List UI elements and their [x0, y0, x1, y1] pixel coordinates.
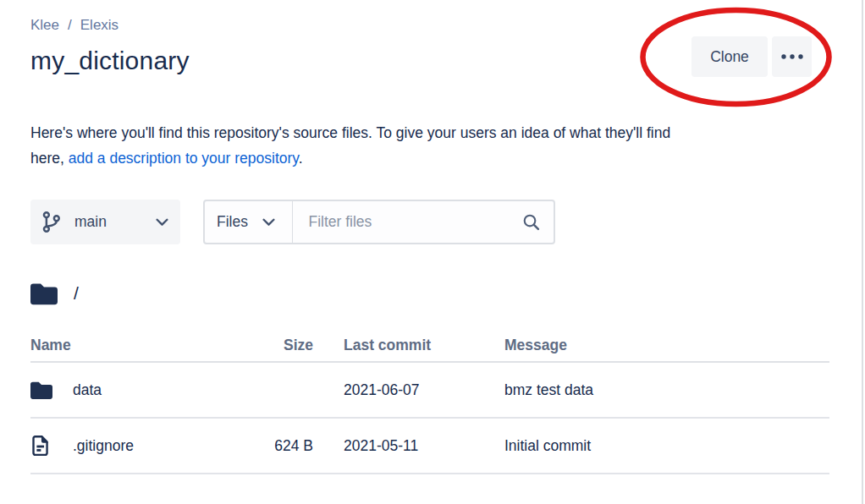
files-dropdown[interactable]: Files	[205, 201, 292, 243]
branch-selector-label: main	[74, 213, 143, 231]
column-header-last-commit: Last commit	[344, 337, 474, 354]
description-suffix: .	[299, 150, 303, 167]
chevron-down-icon	[156, 218, 168, 227]
table-row-gitignore[interactable]: .gitignore 624 B 2021-05-11 Initial comm…	[30, 419, 829, 474]
breadcrumb-project-link[interactable]: Klee	[30, 17, 59, 34]
breadcrumb-separator: /	[68, 17, 72, 34]
folder-icon	[30, 282, 58, 305]
source-controls: main Files	[30, 200, 829, 244]
breadcrumb: Klee / Elexis	[30, 15, 829, 36]
file-name[interactable]: .gitignore	[73, 437, 134, 455]
file-name[interactable]: data	[73, 381, 102, 399]
git-branch-icon	[41, 211, 62, 233]
current-path-bar: /	[30, 280, 829, 307]
description-line1: Here's where you'll find this repository…	[30, 124, 670, 141]
chevron-down-icon	[262, 218, 275, 227]
filter-files-input[interactable]	[293, 213, 522, 231]
description-line2-prefix: here,	[30, 150, 69, 167]
column-header-message: Message	[504, 337, 829, 354]
branch-selector[interactable]: main	[30, 200, 180, 244]
files-dropdown-label: Files	[217, 213, 248, 231]
last-commit-date: 2021-05-11	[344, 437, 474, 455]
clone-button[interactable]: Clone	[691, 36, 768, 77]
breadcrumb-repo-link[interactable]: Elexis	[80, 17, 118, 34]
folder-icon	[30, 381, 52, 400]
column-header-name: Name	[30, 337, 208, 354]
commit-message: Initial commit	[504, 437, 829, 455]
file-size: 624 B	[239, 437, 313, 455]
scrollbar-track[interactable]	[862, 0, 863, 504]
column-header-size: Size	[239, 337, 313, 354]
commit-message: bmz test data	[504, 381, 829, 399]
last-commit-date: 2021-06-07	[344, 381, 474, 399]
ellipsis-icon	[781, 54, 803, 59]
repo-actions: Clone	[691, 36, 812, 77]
add-description-link[interactable]: add a description to your repository	[69, 150, 299, 167]
repo-description: Here's where you'll find this repository…	[30, 120, 826, 171]
file-icon	[30, 434, 52, 457]
more-actions-button[interactable]	[772, 36, 812, 77]
table-row-data-folder[interactable]: data 2021-06-07 bmz test data	[30, 363, 829, 419]
file-filter-group: Files	[203, 200, 555, 244]
search-icon	[522, 213, 554, 231]
file-table-header: Name Size Last commit Message	[30, 329, 829, 363]
current-path-label[interactable]: /	[74, 283, 79, 304]
file-table: Name Size Last commit Message data 2021-…	[30, 329, 829, 474]
repository-source-page: Klee / Elexis my_dictionary Here's where…	[0, 0, 865, 504]
